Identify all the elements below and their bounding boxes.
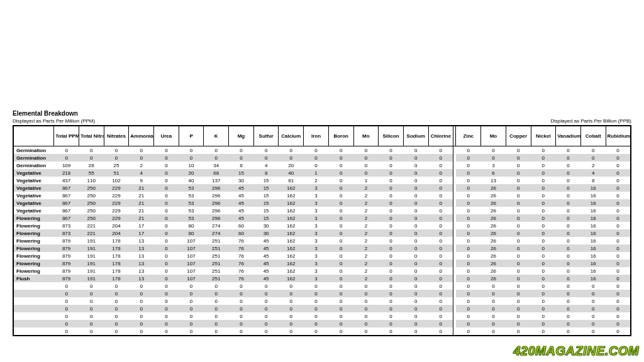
value-cell: 0 xyxy=(531,320,556,327)
value-cell: 34 xyxy=(204,162,229,169)
value-cell: 0 xyxy=(154,267,179,275)
value-cell: 0 xyxy=(204,327,229,336)
value-cell: 15 xyxy=(253,207,279,214)
value-cell: 250 xyxy=(79,207,104,214)
column-header: K xyxy=(204,126,229,146)
value-cell: 0 xyxy=(328,275,353,282)
value-cell: 0 xyxy=(506,192,531,199)
value-cell: 0 xyxy=(353,327,379,336)
value-cell: 0 xyxy=(304,162,329,169)
value-cell: 0 xyxy=(328,305,353,312)
column-header: Sodium xyxy=(403,126,428,146)
value-cell: 81 xyxy=(279,177,304,184)
value-cell: 0 xyxy=(428,320,453,327)
elemental-table: Total PPMsTotal NitrogenNitratesAmmoniaU… xyxy=(13,125,631,336)
column-header: Iron xyxy=(304,126,329,146)
value-cell: 0 xyxy=(379,177,404,184)
subtitle-row: Displayed as Parts Per Million (PPM) Dis… xyxy=(13,118,631,124)
value-cell: 0 xyxy=(79,320,104,327)
value-cell: 0 xyxy=(556,162,581,169)
value-cell: 21 xyxy=(129,214,154,222)
value-cell: 0 xyxy=(580,312,606,320)
value-cell: 17 xyxy=(129,229,154,237)
value-cell: 0 xyxy=(556,199,581,207)
value-cell: 3 xyxy=(304,237,329,244)
value-cell: 0 xyxy=(328,192,353,199)
value-cell: 162 xyxy=(279,275,304,282)
column-header: Sulfur xyxy=(253,126,279,146)
value-cell: 0 xyxy=(606,275,631,282)
value-cell: 0 xyxy=(379,327,404,336)
value-cell: 3 xyxy=(304,184,329,192)
stage-cell: Flowering xyxy=(13,252,54,260)
value-cell: 0 xyxy=(79,282,104,290)
value-cell: 2 xyxy=(353,252,379,260)
value-cell: 0 xyxy=(54,327,79,336)
value-cell: 0 xyxy=(279,297,304,305)
value-cell: 0 xyxy=(456,252,481,260)
column-header: Zinc xyxy=(456,126,481,146)
value-cell: 0 xyxy=(204,297,229,305)
value-cell: 40 xyxy=(279,169,304,177)
value-cell: 16 xyxy=(580,222,606,229)
value-cell: 0 xyxy=(129,327,154,336)
stage-cell: Flowering xyxy=(13,237,54,244)
stage-cell: Vegetative xyxy=(13,169,54,177)
value-cell: 0 xyxy=(54,312,79,320)
value-cell: 3 xyxy=(304,199,329,207)
value-cell: 76 xyxy=(229,237,254,244)
value-cell: 0 xyxy=(328,207,353,214)
value-cell: 0 xyxy=(328,312,353,320)
value-cell: 879 xyxy=(54,260,79,267)
value-cell: 0 xyxy=(154,169,179,177)
value-cell: 0 xyxy=(606,192,631,199)
value-cell: 250 xyxy=(79,199,104,207)
value-cell: 0 xyxy=(403,192,428,199)
value-cell: 0 xyxy=(379,169,404,177)
value-cell: 0 xyxy=(506,252,531,260)
value-cell: 191 xyxy=(79,252,104,260)
value-cell: 0 xyxy=(428,260,453,267)
value-cell: 76 xyxy=(229,275,254,282)
value-cell: 0 xyxy=(481,290,506,297)
value-cell: 0 xyxy=(456,199,481,207)
value-cell: 0 xyxy=(606,162,631,169)
value-cell: 0 xyxy=(428,184,453,192)
value-cell: 60 xyxy=(229,222,254,229)
value-cell: 867 xyxy=(54,199,79,207)
stage-cell: Flowering xyxy=(13,222,54,229)
value-cell: 0 xyxy=(253,290,279,297)
value-cell: 0 xyxy=(531,275,556,282)
value-cell: 0 xyxy=(456,282,481,290)
value-cell: 26 xyxy=(481,252,506,260)
value-cell: 0 xyxy=(328,320,353,327)
stage-cell: Flowering xyxy=(13,244,54,252)
value-cell: 2 xyxy=(353,237,379,244)
value-cell: 0 xyxy=(179,154,204,162)
value-cell: 0 xyxy=(204,290,229,297)
value-cell: 162 xyxy=(279,260,304,267)
value-cell: 107 xyxy=(179,237,204,244)
value-cell: 1 xyxy=(353,177,379,184)
value-cell: 0 xyxy=(456,320,481,327)
stage-cell: Germination xyxy=(13,162,54,169)
value-cell: 0 xyxy=(179,297,204,305)
value-cell: 0 xyxy=(428,312,453,320)
value-cell: 0 xyxy=(606,154,631,162)
value-cell: 296 xyxy=(204,192,229,199)
value-cell: 0 xyxy=(229,297,254,305)
value-cell: 0 xyxy=(403,320,428,327)
value-cell: 3 xyxy=(304,275,329,282)
value-cell: 110 xyxy=(79,177,104,184)
value-cell: 0 xyxy=(154,305,179,312)
value-cell: 229 xyxy=(104,199,129,207)
value-cell: 0 xyxy=(428,154,453,162)
value-cell: 178 xyxy=(104,237,129,244)
value-cell: 26 xyxy=(481,229,506,237)
value-cell: 0 xyxy=(104,290,129,297)
table-header: Total PPMsTotal NitrogenNitratesAmmoniaU… xyxy=(13,126,631,146)
value-cell: 0 xyxy=(328,252,353,260)
value-cell: 0 xyxy=(506,154,531,162)
value-cell: 0 xyxy=(481,312,506,320)
value-cell: 0 xyxy=(328,177,353,184)
